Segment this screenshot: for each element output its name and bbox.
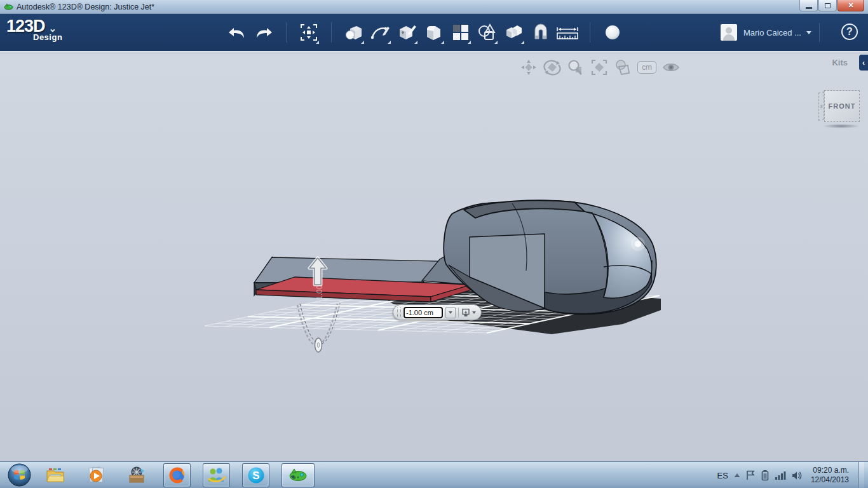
dropdown-caret-icon — [468, 41, 471, 44]
fit-view-button[interactable] — [590, 58, 608, 76]
group-icon — [477, 24, 498, 41]
chevron-down-icon — [472, 311, 476, 314]
taskbar-media-player-button[interactable] — [83, 463, 108, 487]
orbit-icon — [543, 59, 561, 76]
pattern-button[interactable] — [449, 18, 473, 46]
firefox-icon — [167, 465, 187, 485]
toolbox-icon — [126, 466, 147, 485]
explorer-folder-icon — [45, 466, 65, 484]
transform-icon — [299, 23, 318, 42]
show-hidden-icons-button[interactable] — [734, 473, 740, 478]
signal-bars-icon — [775, 471, 786, 480]
orbit-button[interactable] — [543, 58, 561, 76]
snap-icon — [531, 24, 550, 41]
modify-solid-icon — [397, 24, 417, 41]
display-settings-icon — [614, 59, 632, 76]
volume-button[interactable] — [792, 471, 803, 480]
chevron-up-icon — [734, 473, 740, 478]
taskbar-messenger-button[interactable] — [203, 463, 230, 487]
dropdown-caret-icon — [388, 41, 391, 44]
taskbar-skype-button[interactable]: S — [242, 463, 269, 487]
viewcube[interactable]: 3 FRONT — [818, 90, 864, 128]
undo-button[interactable] — [225, 18, 249, 46]
viewcube-front-face[interactable]: FRONT — [824, 90, 860, 122]
taskbar-explorer-button[interactable] — [43, 463, 67, 487]
window-titlebar[interactable]: Autodesk® 123D® Design: Justice Jet* ✕ — [0, 0, 868, 14]
windows-taskbar: S ES — [0, 461, 868, 488]
clock-date: 12/04/2013 — [811, 475, 849, 485]
media-player-icon — [86, 466, 106, 485]
combine-icon — [504, 24, 524, 41]
language-indicator[interactable]: ES — [717, 471, 728, 480]
minimize-button[interactable] — [799, 0, 818, 11]
unit-label: cm — [642, 63, 652, 72]
sketch-button[interactable] — [369, 18, 393, 46]
sketch-icon — [370, 24, 391, 41]
help-button[interactable]: ? — [841, 24, 858, 40]
toolbar-separator — [286, 22, 287, 43]
dropdown-caret-icon — [494, 41, 498, 44]
redo-button[interactable] — [252, 18, 276, 46]
drag-handle[interactable] — [397, 308, 401, 317]
pattern-icon — [452, 24, 470, 41]
material-button[interactable] — [600, 18, 625, 46]
redo-icon — [254, 25, 273, 39]
scene-canvas[interactable]: -1.00 cm — [0, 53, 868, 461]
brand-sub-label: Design — [33, 32, 62, 42]
toolbar-separator — [819, 23, 820, 42]
123d-design-icon — [287, 467, 309, 484]
visibility-button[interactable] — [662, 58, 680, 76]
main-toolbar: 123D⌄ Design — [0, 14, 868, 51]
restore-button[interactable] — [818, 0, 837, 11]
pan-button[interactable] — [520, 58, 538, 76]
zoom-button[interactable] — [567, 58, 585, 76]
combine-button[interactable] — [502, 18, 526, 46]
help-icon: ? — [846, 26, 853, 37]
viewcube-side-face[interactable]: 3 — [818, 92, 824, 121]
dimension-input[interactable] — [403, 307, 443, 318]
start-button[interactable] — [8, 463, 31, 487]
fillet-icon — [424, 24, 444, 41]
modify-solid-button[interactable] — [395, 18, 419, 46]
dropdown-caret-icon — [361, 41, 364, 44]
kits-panel-toggle[interactable]: ‹ — [859, 55, 868, 71]
window-title: Autodesk® 123D® Design: Justice Jet* — [17, 3, 154, 11]
messenger-icon — [207, 466, 227, 485]
action-center-button[interactable] — [746, 470, 755, 480]
dropdown-caret-icon — [441, 41, 444, 44]
clock[interactable]: 09:20 a.m. 12/04/2013 — [811, 466, 849, 485]
fit-view-icon — [591, 59, 607, 76]
3d-viewport[interactable]: -1.00 cm — [0, 53, 868, 461]
close-button[interactable]: ✕ — [837, 0, 864, 11]
transform-button[interactable] — [297, 18, 321, 46]
extrude-type-button[interactable] — [461, 308, 476, 317]
dimension-toolbar[interactable] — [393, 304, 482, 320]
skype-letter: S — [252, 470, 259, 482]
flag-icon — [746, 470, 755, 480]
battery-icon — [761, 470, 770, 481]
snap-button[interactable] — [529, 18, 553, 46]
fillet-button[interactable] — [422, 18, 446, 46]
measure-button[interactable] — [555, 18, 580, 46]
primitives-button[interactable] — [342, 18, 366, 46]
units-button[interactable]: cm — [637, 61, 656, 74]
avatar — [721, 24, 737, 41]
show-desktop-button[interactable] — [858, 462, 864, 488]
taskbar-toolbox-button[interactable] — [124, 463, 149, 487]
toolbar-separator — [331, 22, 332, 43]
chevron-down-icon — [449, 311, 452, 314]
display-settings-button[interactable] — [614, 58, 632, 76]
network-indicator[interactable] — [775, 471, 786, 480]
account-menu[interactable]: Mario Caiced ... — [721, 14, 829, 51]
toolbar-separator — [590, 22, 590, 43]
app-menu[interactable]: 123D⌄ Design — [6, 17, 62, 42]
system-tray: ES — [717, 462, 864, 488]
user-name: Mario Caiced ... — [743, 28, 801, 37]
taskbar-123d-button[interactable] — [281, 463, 315, 487]
rotate-handle[interactable] — [315, 338, 322, 352]
battery-indicator[interactable] — [761, 470, 770, 481]
taskbar-firefox-button[interactable] — [163, 463, 191, 487]
dimension-dropdown-button[interactable] — [445, 307, 456, 318]
group-button[interactable] — [475, 18, 499, 46]
eye-icon — [662, 61, 680, 74]
